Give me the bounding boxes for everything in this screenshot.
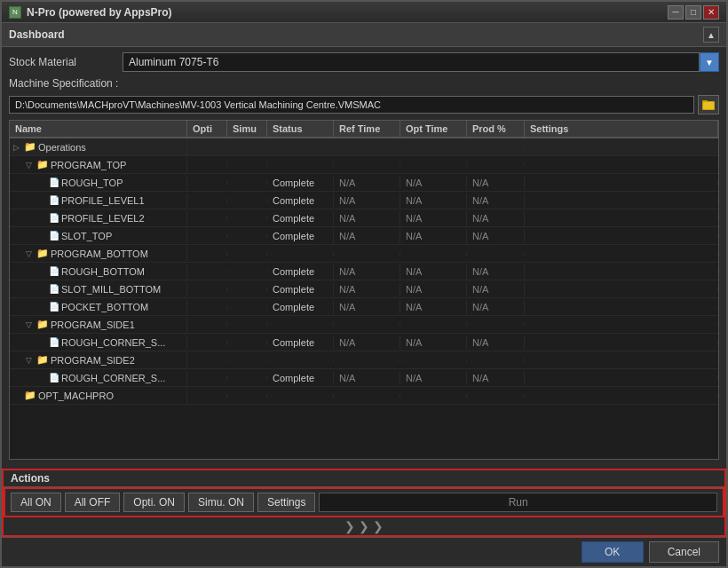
prod-pct-cell: N/A [467, 264, 525, 279]
settings-cell [525, 288, 718, 291]
row-name: ROUGH_TOP [61, 178, 123, 188]
table-row[interactable]: 📄 ROUGH_BOTTOM Complete N/A N/A N/A [10, 263, 718, 280]
all-on-button[interactable]: All ON [11, 493, 61, 512]
table-row[interactable]: ▽ 📁 PROGRAM_BOTTOM [10, 245, 718, 263]
expand-icon[interactable]: ▽ [26, 356, 35, 365]
table-row[interactable]: 📄 PROFILE_LEVEL2 Complete N/A N/A N/A [10, 209, 718, 227]
prod-pct-cell: N/A [467, 176, 525, 190]
ref-time-cell [334, 323, 400, 327]
opt-time-cell [400, 323, 467, 327]
expand-icon[interactable]: ▽ [26, 161, 35, 170]
simu-on-button[interactable]: Simu. ON [188, 493, 254, 512]
row-name: PROGRAM_SIDE2 [51, 355, 135, 366]
table-row[interactable]: ▷ 📁 Operations [10, 138, 718, 156]
opt-time-cell: N/A [400, 229, 467, 243]
name-cell: ▷ 📁 Operations [10, 139, 187, 154]
opti-cell [187, 199, 227, 202]
opti-cell [187, 252, 227, 256]
settings-cell [525, 252, 718, 256]
window-controls: ─ □ ✕ [668, 5, 719, 20]
expand-icon[interactable]: ▽ [26, 249, 35, 258]
col-simu: Simu [227, 121, 267, 137]
row-name: PROGRAM_SIDE1 [51, 320, 135, 330]
prod-pct-cell: N/A [467, 193, 525, 208]
expand-icon[interactable]: ▷ [13, 143, 22, 152]
maximize-button[interactable]: □ [685, 5, 701, 20]
machine-path-input[interactable] [9, 96, 694, 114]
footer-bar: OK Cancel [2, 537, 726, 566]
opti-on-button[interactable]: Opti. ON [123, 493, 185, 512]
table-row[interactable]: 📄 SLOT_MILL_BOTTOM Complete N/A N/A N/A [10, 280, 718, 298]
expand-icon[interactable]: ▽ [26, 320, 35, 329]
name-cell: 📄 ROUGH_CORNER_S... [10, 335, 187, 350]
status-cell: Complete [267, 282, 334, 296]
table-row[interactable]: 📄 ROUGH_CORNER_S... Complete N/A N/A N/A [10, 369, 718, 387]
minimize-button[interactable]: ─ [668, 5, 684, 20]
machine-path-browse-button[interactable] [698, 95, 719, 114]
name-cell: 📄 ROUGH_TOP [10, 176, 187, 190]
simu-cell [227, 288, 267, 291]
window-title: N-Pro (powered by AppsPro) [27, 6, 172, 19]
stock-material-dropdown-icon[interactable]: ▼ [700, 52, 719, 72]
section-scroll-button[interactable]: ▲ [703, 27, 719, 43]
run-field[interactable]: Run [319, 493, 717, 512]
cancel-button[interactable]: Cancel [649, 541, 719, 563]
status-cell: Complete [267, 193, 334, 208]
title-bar: N N-Pro (powered by AppsPro) ─ □ ✕ [2, 2, 726, 23]
table-row[interactable]: ▽ 📁 PROGRAM_SIDE1 [10, 316, 718, 334]
ref-time-cell: N/A [334, 371, 400, 385]
doc-icon: 📄 [49, 373, 59, 383]
col-prod-pct: Prod % [467, 121, 525, 137]
table-row[interactable]: 📄 ROUGH_TOP Complete N/A N/A N/A [10, 174, 718, 192]
all-off-button[interactable]: All OFF [65, 493, 121, 512]
row-name: Operations [38, 142, 86, 153]
simu-cell [227, 199, 267, 202]
simu-cell [227, 376, 267, 380]
table-row[interactable]: ▽ 📁 PROGRAM_TOP [10, 156, 718, 174]
table-row[interactable]: 📄 PROFILE_LEVEL1 Complete N/A N/A N/A [10, 192, 718, 209]
stock-material-dropdown[interactable]: Aluminum 7075-T6 [123, 52, 700, 72]
settings-cell [525, 181, 718, 185]
row-name: POCKET_BOTTOM [61, 302, 148, 312]
settings-cell [525, 199, 718, 202]
table-row[interactable]: ▽ 📁 PROGRAM_SIDE2 [10, 351, 718, 369]
stock-material-row: Stock Material Aluminum 7075-T6 ▼ [9, 52, 719, 72]
opt-time-cell: N/A [400, 264, 467, 279]
tree-table: Name Opti Simu Status Ref Time Opt Time … [9, 120, 719, 460]
opt-time-cell: N/A [400, 211, 467, 225]
simu-cell [227, 305, 267, 309]
status-cell [267, 146, 334, 149]
ref-time-cell: N/A [334, 211, 400, 225]
opt-time-cell: N/A [400, 193, 467, 208]
row-name: OPT_MACHPRO [38, 390, 114, 401]
prod-pct-cell: N/A [467, 229, 525, 243]
settings-cell [525, 394, 718, 398]
status-cell [267, 163, 334, 167]
opt-time-cell [400, 163, 467, 167]
machine-path-row [9, 95, 719, 114]
folder-icon: 📁 [36, 319, 49, 330]
doc-icon: 📄 [49, 195, 59, 205]
close-button[interactable]: ✕ [703, 5, 719, 20]
ok-button[interactable]: OK [582, 541, 644, 563]
table-row[interactable]: 📄 POCKET_BOTTOM Complete N/A N/A N/A [10, 298, 718, 316]
table-row[interactable]: 📄 SLOT_TOP Complete N/A N/A N/A [10, 227, 718, 245]
settings-cell [525, 217, 718, 220]
row-name: ROUGH_CORNER_S... [61, 337, 165, 348]
settings-cell [525, 163, 718, 167]
doc-icon: 📄 [49, 284, 59, 294]
prod-pct-cell: N/A [467, 211, 525, 225]
settings-cell [525, 359, 718, 362]
table-row[interactable]: 📄 ROUGH_CORNER_S... Complete N/A N/A N/A [10, 334, 718, 351]
opt-time-cell [400, 252, 467, 256]
row-name: PROGRAM_BOTTOM [51, 248, 148, 259]
simu-cell [227, 341, 267, 344]
ref-time-cell [334, 163, 400, 167]
table-body: ▷ 📁 Operations ▽ 📁 PROGRAM_TOP [10, 138, 718, 405]
opti-cell [187, 217, 227, 220]
col-name: Name [10, 121, 187, 137]
simu-cell [227, 252, 267, 256]
settings-button[interactable]: Settings [257, 493, 315, 512]
opti-cell [187, 288, 227, 291]
table-row[interactable]: 📁 OPT_MACHPRO [10, 387, 718, 405]
